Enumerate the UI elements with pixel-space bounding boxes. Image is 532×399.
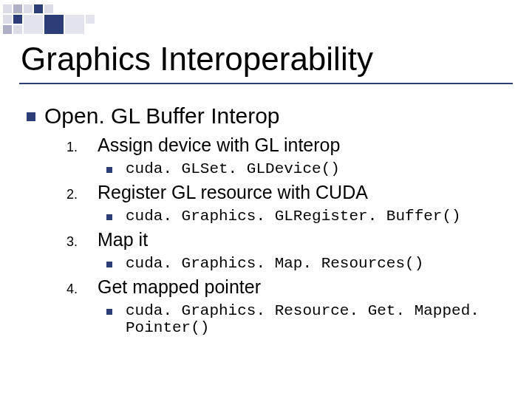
code-text: cuda. Graphics. GLRegister. Buffer() xyxy=(126,208,461,225)
square-bullet-icon xyxy=(27,112,35,121)
list-item: 1. Assign device with GL interop cuda. G… xyxy=(62,134,514,177)
step-number: 3. xyxy=(62,234,98,250)
slide: Graphics Interoperability Open. GL Buffe… xyxy=(0,0,532,399)
step-number: 2. xyxy=(62,187,98,202)
step-number: 4. xyxy=(62,282,98,297)
list-item: 4. Get mapped pointer cuda. Graphics. Re… xyxy=(62,276,514,336)
square-bullet-icon xyxy=(106,262,112,267)
heading-row: Open. GL Buffer Interop xyxy=(27,103,514,129)
title-underline xyxy=(19,83,513,84)
step-label: Get mapped pointer xyxy=(98,276,261,298)
code-text: cuda. Graphics. Resource. Get. Mapped. P… xyxy=(126,302,514,336)
corner-decoration xyxy=(3,4,100,31)
step-label: Assign device with GL interop xyxy=(98,134,340,156)
code-text: cuda. Graphics. Map. Resources() xyxy=(126,255,423,272)
step-number: 1. xyxy=(62,140,98,155)
step-label: Register GL resource with CUDA xyxy=(98,182,368,203)
section-heading: Open. GL Buffer Interop xyxy=(44,103,280,129)
square-bullet-icon xyxy=(106,167,112,173)
square-bullet-icon xyxy=(106,309,112,315)
list-item: 2. Register GL resource with CUDA cuda. … xyxy=(62,182,514,225)
slide-body: Open. GL Buffer Interop 1. Assign device… xyxy=(27,103,514,341)
numbered-list: 1. Assign device with GL interop cuda. G… xyxy=(62,134,514,336)
square-bullet-icon xyxy=(106,214,112,220)
step-label: Map it xyxy=(98,229,148,250)
code-text: cuda. GLSet. GLDevice() xyxy=(126,160,340,177)
slide-title: Graphics Interoperability xyxy=(21,41,373,78)
list-item: 3. Map it cuda. Graphics. Map. Resources… xyxy=(62,229,514,272)
